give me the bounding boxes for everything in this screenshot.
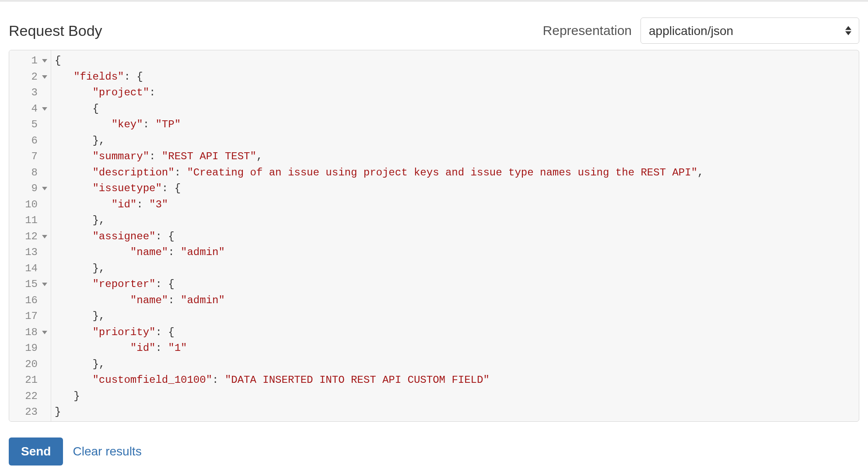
code-line[interactable]: "reporter": { bbox=[55, 276, 855, 293]
code-line[interactable]: "assignee": { bbox=[55, 229, 855, 245]
gutter-line: 11 bbox=[9, 213, 51, 229]
json-punct: : { bbox=[155, 276, 174, 293]
code-line[interactable]: "key": "TP" bbox=[55, 117, 855, 133]
code-line[interactable]: }, bbox=[55, 261, 855, 277]
json-punct: } bbox=[74, 388, 80, 405]
gutter-line: 5 bbox=[9, 117, 51, 133]
json-punct: : bbox=[168, 245, 181, 261]
fold-toggle-icon[interactable] bbox=[42, 107, 47, 111]
json-string: "admin" bbox=[181, 245, 225, 261]
json-punct: : bbox=[175, 165, 187, 181]
gutter-line: 21 bbox=[9, 372, 51, 388]
json-key: "id" bbox=[112, 197, 137, 213]
code-line[interactable]: }, bbox=[55, 133, 855, 149]
gutter-line: 15 bbox=[9, 276, 51, 293]
code-editor[interactable]: 1234567891011121314151617181920212223 { … bbox=[9, 50, 859, 422]
code-line[interactable]: "fields": { bbox=[55, 69, 855, 85]
representation-select[interactable]: application/json bbox=[640, 18, 859, 44]
json-string: "1" bbox=[168, 340, 187, 357]
code-line[interactable]: "customfield_10100": "DATA INSERTED INTO… bbox=[55, 372, 855, 388]
code-line[interactable]: "name": "admin" bbox=[55, 245, 855, 261]
code-line[interactable]: { bbox=[55, 101, 855, 117]
json-punct: { bbox=[55, 53, 61, 69]
json-key: "name" bbox=[130, 245, 168, 261]
clear-results-link[interactable]: Clear results bbox=[73, 444, 141, 458]
code-line[interactable]: "priority": { bbox=[55, 325, 855, 341]
gutter-line: 14 bbox=[9, 261, 51, 277]
code-line[interactable]: } bbox=[55, 404, 855, 420]
representation-label: Representation bbox=[543, 23, 632, 38]
json-punct: : { bbox=[124, 69, 143, 85]
json-string: "3" bbox=[149, 197, 168, 213]
fold-toggle-icon[interactable] bbox=[42, 235, 47, 238]
code-line[interactable]: "id": "1" bbox=[55, 340, 855, 357]
gutter-line: 8 bbox=[9, 165, 51, 181]
gutter-line: 1 bbox=[9, 53, 51, 69]
json-key: "project" bbox=[92, 85, 149, 101]
json-key: "description" bbox=[92, 165, 174, 181]
section-title: Request Body bbox=[9, 22, 102, 39]
json-punct: : bbox=[155, 340, 168, 357]
json-key: "assignee" bbox=[92, 229, 155, 245]
fold-toggle-icon[interactable] bbox=[42, 75, 47, 79]
json-punct: : bbox=[149, 85, 155, 101]
request-body-panel: Request Body Representation application/… bbox=[0, 0, 868, 469]
code-line[interactable]: }, bbox=[55, 213, 855, 229]
json-punct: }, bbox=[92, 261, 105, 277]
json-punct: , bbox=[256, 149, 262, 165]
code-line[interactable]: "issuetype": { bbox=[55, 181, 855, 197]
gutter-line: 2 bbox=[9, 69, 51, 85]
json-punct: }, bbox=[92, 213, 105, 229]
json-punct: : { bbox=[155, 325, 174, 341]
json-key: "fields" bbox=[74, 69, 124, 85]
json-string: "TP" bbox=[155, 117, 181, 133]
json-key: "customfield_10100" bbox=[92, 372, 212, 388]
json-punct: : bbox=[149, 149, 162, 165]
json-punct: , bbox=[697, 165, 704, 181]
code-line[interactable]: "summary": "REST API TEST", bbox=[55, 149, 855, 165]
json-key: "summary" bbox=[92, 149, 149, 165]
json-string: "admin" bbox=[181, 293, 225, 309]
fold-toggle-icon[interactable] bbox=[42, 331, 47, 334]
gutter-line: 12 bbox=[9, 229, 51, 245]
code-line[interactable]: { bbox=[55, 53, 855, 69]
fold-toggle-icon[interactable] bbox=[42, 187, 47, 190]
json-key: "priority" bbox=[92, 325, 155, 341]
json-key: "issuetype" bbox=[92, 181, 161, 197]
json-punct: }, bbox=[92, 308, 105, 325]
editor-code-area[interactable]: { "fields": { "project": { "key": "TP" }… bbox=[51, 50, 859, 421]
representation-select-wrap: application/json bbox=[640, 18, 859, 44]
code-line[interactable]: "id": "3" bbox=[55, 197, 855, 213]
json-punct: { bbox=[92, 101, 98, 117]
editor-gutter: 1234567891011121314151617181920212223 bbox=[9, 50, 51, 421]
header-row: Request Body Representation application/… bbox=[9, 2, 859, 50]
json-punct: : { bbox=[155, 229, 174, 245]
json-string: "Creating of an issue using project keys… bbox=[187, 165, 697, 181]
gutter-line: 4 bbox=[9, 101, 51, 117]
json-punct: : bbox=[168, 293, 181, 309]
code-line[interactable]: "project": bbox=[55, 85, 855, 101]
code-line[interactable]: "name": "admin" bbox=[55, 293, 855, 309]
fold-toggle-icon[interactable] bbox=[42, 59, 47, 63]
gutter-line: 20 bbox=[9, 357, 51, 373]
code-line[interactable]: } bbox=[55, 388, 855, 405]
gutter-line: 23 bbox=[9, 404, 51, 420]
code-line[interactable]: "description": "Creating of an issue usi… bbox=[55, 165, 855, 181]
json-key: "reporter" bbox=[92, 276, 155, 293]
code-line[interactable]: }, bbox=[55, 357, 855, 373]
actions-row: Send Clear results bbox=[9, 438, 859, 466]
json-punct: }, bbox=[92, 133, 105, 149]
gutter-line: 16 bbox=[9, 293, 51, 309]
fold-toggle-icon[interactable] bbox=[42, 283, 47, 286]
send-button[interactable]: Send bbox=[9, 438, 63, 466]
json-punct: : bbox=[143, 117, 156, 133]
gutter-line: 6 bbox=[9, 133, 51, 149]
code-line[interactable]: }, bbox=[55, 308, 855, 325]
json-punct: }, bbox=[92, 357, 105, 373]
gutter-line: 3 bbox=[9, 85, 51, 101]
json-punct: : { bbox=[162, 181, 181, 197]
json-key: "key" bbox=[112, 117, 143, 133]
gutter-line: 22 bbox=[9, 388, 51, 405]
gutter-line: 17 bbox=[9, 308, 51, 325]
gutter-line: 19 bbox=[9, 340, 51, 357]
